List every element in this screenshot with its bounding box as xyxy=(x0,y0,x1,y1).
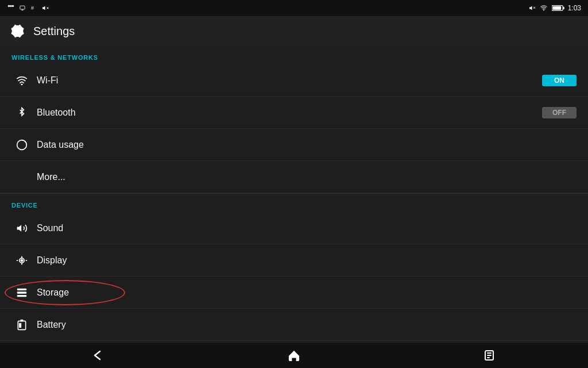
settings-item-display[interactable]: Display xyxy=(0,244,588,277)
home-button[interactable] xyxy=(277,345,311,366)
storage-icon xyxy=(11,288,32,298)
bluetooth-toggle-off[interactable]: OFF xyxy=(542,107,577,118)
battery-icon xyxy=(11,319,32,331)
svg-rect-30 xyxy=(21,319,24,321)
svg-rect-31 xyxy=(19,323,21,327)
svg-rect-42 xyxy=(487,355,492,356)
wifi-label: Wi-Fi xyxy=(32,75,542,86)
settings-item-data-usage[interactable]: Data usage xyxy=(0,129,588,161)
wifi-status-icon xyxy=(539,5,548,12)
settings-item-more[interactable]: More... xyxy=(0,161,588,193)
main-content: WIRELESS & NETWORKS Wi-Fi ON xyxy=(0,46,588,343)
wifi-icon xyxy=(11,76,32,85)
section-wireless: WIRELESS & NETWORKS xyxy=(0,46,588,64)
svg-rect-3 xyxy=(20,6,25,9)
svg-text:#: # xyxy=(31,5,34,11)
screen-icon xyxy=(18,5,26,11)
svg-rect-27 xyxy=(17,292,26,293)
status-bar-right: 1:03 xyxy=(529,4,581,12)
svg-rect-43 xyxy=(487,357,490,358)
svg-point-13 xyxy=(543,10,544,11)
back-button[interactable] xyxy=(81,345,115,366)
display-icon xyxy=(11,255,32,266)
svg-point-21 xyxy=(21,259,22,261)
svg-marker-19 xyxy=(17,225,22,232)
svg-rect-16 xyxy=(552,6,561,10)
volume-mute-icon xyxy=(529,4,536,12)
bluetooth-label: Bluetooth xyxy=(32,108,542,118)
sound-label: Sound xyxy=(32,223,577,233)
data-usage-icon xyxy=(11,139,32,151)
mute-icon xyxy=(41,5,49,12)
gear-icon xyxy=(9,23,25,39)
back-icon xyxy=(91,350,105,361)
svg-rect-15 xyxy=(563,7,564,9)
svg-point-1 xyxy=(10,5,12,7)
nav-bar xyxy=(0,343,588,368)
sound-icon xyxy=(11,223,32,234)
recents-icon xyxy=(483,350,497,361)
notification-icon xyxy=(7,4,15,12)
header-title: Settings xyxy=(33,25,75,38)
svg-marker-7 xyxy=(42,6,45,10)
hashtag-icon: # xyxy=(30,5,38,12)
section-device: DEVICE xyxy=(0,193,588,212)
wifi-toggle-on[interactable]: ON xyxy=(542,75,577,86)
storage-label: Storage xyxy=(32,288,577,298)
svg-point-17 xyxy=(21,83,22,85)
svg-rect-26 xyxy=(17,288,26,290)
svg-point-2 xyxy=(12,5,14,7)
data-usage-label: Data usage xyxy=(32,140,577,150)
settings-item-battery[interactable]: Battery xyxy=(0,309,588,341)
clock: 1:03 xyxy=(568,4,581,12)
svg-marker-10 xyxy=(529,6,532,10)
display-label: Display xyxy=(32,255,577,266)
settings-item-storage[interactable]: Storage xyxy=(0,277,588,309)
battery-status-icon xyxy=(552,5,564,12)
bluetooth-toggle[interactable]: OFF xyxy=(542,107,577,118)
settings-item-bluetooth[interactable]: Bluetooth OFF xyxy=(0,97,588,129)
settings-item-sound[interactable]: Sound xyxy=(0,212,588,244)
recents-button[interactable] xyxy=(473,345,507,366)
svg-rect-41 xyxy=(487,352,492,354)
svg-point-0 xyxy=(8,5,10,7)
settings-list: WIRELESS & NETWORKS Wi-Fi ON xyxy=(0,46,588,343)
wifi-toggle[interactable]: ON xyxy=(542,75,577,86)
status-bar: # 1:03 xyxy=(0,0,588,16)
app-header: Settings xyxy=(0,16,588,46)
battery-label: Battery xyxy=(32,320,577,330)
svg-rect-28 xyxy=(17,295,26,297)
settings-item-wifi[interactable]: Wi-Fi ON xyxy=(0,64,588,97)
home-icon xyxy=(287,350,301,361)
more-label: More... xyxy=(32,172,577,182)
status-bar-left: # xyxy=(7,4,49,12)
bluetooth-icon xyxy=(11,107,32,118)
